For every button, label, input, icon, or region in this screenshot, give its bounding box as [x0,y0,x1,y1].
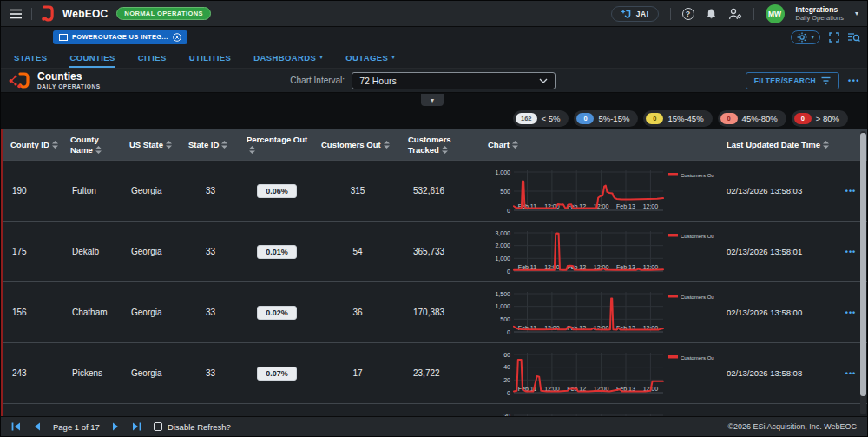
cell-customers-tracked: 23,722 [401,368,481,378]
cell-customers-out: 54 [314,247,401,256]
first-page-button[interactable] [11,422,21,431]
footer: Page 1 of 17 Disable Refresh? ©2026 ESi … [1,416,867,436]
hamburger-menu-icon[interactable] [10,9,23,19]
collapse-panel-button[interactable]: ▾ [421,94,444,106]
table-row[interactable]: 30Feb 1112:00Feb 1212:00Feb 1312:00Custo… [3,403,867,416]
row-chart: 01,0002,0003,000Feb 1112:00Feb 1212:00Fe… [484,226,714,280]
scrollbar-thumb[interactable] [860,133,866,396]
percentage-badge: 0.02% [257,306,297,320]
cell-county-id: 156 [3,308,63,317]
tab-states[interactable]: STATES [14,47,47,68]
previous-page-button[interactable] [33,422,41,431]
percentage-badge: 0.07% [257,367,297,381]
legend-count: 0 [646,113,663,124]
column-header-chart[interactable]: Chart [481,140,720,150]
webeoc-logo-icon [41,5,54,22]
close-icon[interactable] [173,33,181,42]
column-label: Customers Out [321,140,381,149]
column-header-county-id[interactable]: County ID [3,140,63,150]
chart-interval-select[interactable]: 72 Hours [352,72,556,89]
fullscreen-icon[interactable] [829,32,839,43]
column-header-us-state[interactable]: US State [122,140,181,150]
svg-text:Customers Out: Customers Out [681,233,714,238]
table-row[interactable]: 156ChathamGeorgia330.02%36170,38305001,0… [3,281,867,342]
svg-text:1,000: 1,000 [495,303,510,309]
svg-text:500: 500 [500,315,510,321]
svg-text:1,000: 1,000 [495,255,510,261]
tab-outages[interactable]: OUTAGES▾ [345,47,395,68]
filter-search-button[interactable]: FILTER/SEARCH [746,72,839,89]
board-more-options-icon[interactable]: ••• [848,76,860,85]
tab-cities[interactable]: CITIES [138,47,167,68]
cell-percentage-out: 0.02% [240,306,314,320]
user-menu-chevron-icon[interactable]: ▾ [855,10,858,17]
workspace-tab-strip: POWEROUTAGE US INTEG... ▾ [1,27,867,47]
workspace-tab-poweroutage[interactable]: POWEROUTAGE US INTEG... [53,30,187,44]
settings-gear-dropdown[interactable]: ▾ [791,30,820,44]
legend-pill-5-15[interactable]: 05%-15% [574,110,638,127]
cell-county-name: Fulton [63,186,122,195]
user-admin-icon[interactable] [728,8,742,20]
legend-pill-5[interactable]: 162< 5% [513,110,569,127]
legend-pill-15-45[interactable]: 015%-45% [643,110,712,127]
notifications-bell-icon[interactable] [706,8,717,20]
board-tabs: STATESCOUNTIESCITIESUTILITIESDASHBOARDS▾… [1,47,867,69]
cell-customers-tracked: 532,616 [401,186,481,195]
column-header-state-id[interactable]: State ID [181,140,240,150]
cell-chart: 05001,0001,500Feb 1112:00Feb 1212:00Feb … [481,283,720,342]
next-page-button[interactable] [112,422,120,431]
column-header-last-updated[interactable]: Last Updated Date Time [720,140,834,150]
column-header-customers-tracked[interactable]: Customers Tracked [401,135,481,156]
table-row[interactable]: 175DekalbGeorgia330.01%54365,73301,0002,… [3,221,867,281]
svg-text:1,500: 1,500 [495,290,510,296]
help-icon[interactable]: ? [682,8,694,20]
cell-customers-tracked: 365,733 [401,247,481,256]
cell-last-updated: 02/13/2026 13:58:03 [720,186,834,195]
chart-interval-value: 72 Hours [359,76,397,86]
legend-range-label: < 5% [542,114,561,123]
legend-pill-80[interactable]: 0> 80% [792,110,848,127]
copyright-text: ©2026 ESi Acquisition, Inc. WebEOC [727,422,857,431]
svg-text:12:00: 12:00 [643,203,659,209]
gear-icon [797,32,807,43]
cell-chart: 01,0002,0003,000Feb 1112:00Feb 1212:00Fe… [481,222,720,281]
table-row[interactable]: 190FultonGeorgia330.06%315532,61605001,0… [3,160,867,221]
webeoc-app: WebEOC NORMAL OPERATIONS JAI ? MW Integr… [0,0,868,437]
divider [31,8,32,20]
legend-count: 162 [516,113,537,124]
legend-pill-45-80[interactable]: 045%-80% [718,110,786,127]
column-label: State ID [188,140,219,149]
column-label: US State [129,140,163,149]
cell-customers-tracked: 170,383 [401,308,481,317]
user-avatar[interactable]: MW [766,4,785,23]
cell-last-updated: 02/13/2026 13:58:00 [720,308,834,317]
column-header-customers-out[interactable]: Customers Out [314,140,401,150]
legend-count: 0 [794,113,812,124]
column-header-county-name[interactable]: County Name [63,135,122,156]
cell-customers-out: 17 [314,368,401,378]
jai-assistant-button[interactable]: JAI [611,6,659,22]
user-menu[interactable]: Integrations Daily Operations [796,5,844,22]
page-subtitle: DAILY OPERATIONS [37,83,101,89]
cell-county-name: Pickens [63,368,122,378]
table-row[interactable]: 243PickensGeorgia330.07%1723,7220204060F… [3,342,867,403]
tab-label: UTILITIES [189,53,231,63]
last-page-button[interactable] [132,422,141,431]
tab-dashboards[interactable]: DASHBOARDS▾ [253,47,323,68]
search-list-icon[interactable] [848,32,860,43]
svg-text:0: 0 [507,328,510,334]
page-title: Counties [37,71,101,83]
svg-text:1,000: 1,000 [495,169,510,175]
cell-percentage-out: 0.07% [240,367,314,381]
disable-refresh-checkbox[interactable] [154,422,162,431]
svg-text:20: 20 [503,376,510,382]
tab-utilities[interactable]: UTILITIES [189,47,231,68]
column-header-percentage-out[interactable]: Percentage Out [240,135,314,156]
cell-county-id: 243 [3,368,63,378]
tab-counties[interactable]: COUNTIES [69,47,115,68]
svg-text:Customers Out: Customers Out [681,354,714,360]
svg-text:Customers Out: Customers Out [681,172,714,177]
filter-funnel-icon [821,76,831,85]
cell-last-updated: 02/13/2026 13:58:08 [720,368,834,378]
cell-us-state: Georgia [122,368,181,378]
